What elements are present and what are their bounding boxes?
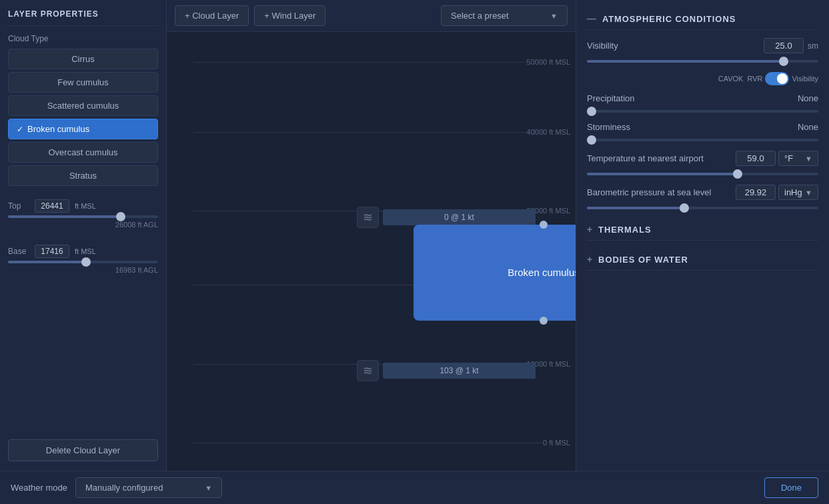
weather-mode-label: Weather mode <box>11 483 67 493</box>
preset-select[interactable]: Select a preset ▼ <box>441 5 568 26</box>
pressure-unit-select[interactable]: inHg ▼ <box>778 185 818 200</box>
cloud-type-display: Broken cumulus <box>508 267 576 278</box>
bottom-bar: Weather mode Manually configured ▼ Done <box>0 471 829 504</box>
visibility-unit: sm <box>808 41 818 51</box>
preset-label: Select a preset <box>451 11 509 21</box>
cloud-type-list: CirrusFew cumulusScattered cumulusBroken… <box>8 49 158 186</box>
delete-cloud-layer-button[interactable]: Delete Cloud Layer <box>8 439 158 461</box>
visibility-slider[interactable] <box>587 60 818 63</box>
storminess-row: Storminess None <box>587 122 818 132</box>
storminess-label: Storminess <box>587 122 798 132</box>
weather-mode-value: Manually configured <box>85 483 163 493</box>
cloud-type-stratus[interactable]: Stratus <box>8 165 158 186</box>
wind-icon-lower: ≋ <box>363 363 373 378</box>
base-label: Base <box>8 247 29 256</box>
precipitation-value: None <box>798 93 818 103</box>
panel-title: LAYER PROPERTIES <box>8 9 158 26</box>
top-value[interactable]: 26441 <box>35 199 69 213</box>
left-panel: LAYER PROPERTIES Cloud Type CirrusFew cu… <box>0 0 167 471</box>
precipitation-slider[interactable] <box>587 110 818 113</box>
temperature-slider[interactable] <box>587 173 818 175</box>
wind-block-lower[interactable]: ≋ 103 @ 1 kt <box>357 360 536 381</box>
wind-speed-lower: 103 @ 1 kt <box>383 363 536 379</box>
cloud-type-few-cumulus[interactable]: Few cumulus <box>8 72 158 93</box>
visibility-thumb[interactable] <box>779 57 788 66</box>
base-slider-track[interactable] <box>8 261 158 263</box>
cloud-block[interactable]: Broken cumulus ☁ <box>413 225 576 321</box>
top-label: Top <box>8 201 29 211</box>
atmospheric-title: ATMOSPHERIC CONDITIONS <box>602 14 736 24</box>
visibility-row: Visibility 25.0 sm <box>587 38 818 53</box>
base-unit: ft MSL <box>75 247 96 255</box>
rvr-label: RVR <box>747 75 762 83</box>
precipitation-label: Precipitation <box>587 93 798 103</box>
cloud-type-cirrus[interactable]: Cirrus <box>8 49 158 69</box>
base-slider-group: Base 17416 ft MSL 16983 ft AGL <box>8 245 158 279</box>
cloud-type-broken-cumulus[interactable]: Broken cumulus <box>8 119 158 139</box>
altitude-0-label: 0 ft MSL <box>543 439 576 447</box>
weather-mode-select[interactable]: Manually configured ▼ <box>75 477 222 498</box>
cloud-type-scattered-cumulus[interactable]: Scattered cumulus <box>8 95 158 116</box>
atmospheric-conditions-header[interactable]: — ATMOSPHERIC CONDITIONS <box>587 8 818 30</box>
cloud-type-overcast-cumulus[interactable]: Overcast cumulus <box>8 142 158 163</box>
precipitation-row: Precipitation None <box>587 93 818 103</box>
cavok-label: CAVOK <box>718 75 744 83</box>
right-panel: — ATMOSPHERIC CONDITIONS Visibility 25.0… <box>576 0 829 471</box>
temp-unit-label: °F <box>784 153 793 163</box>
precipitation-thumb[interactable] <box>587 107 596 116</box>
pressure-row: Barometric pressure at sea level 29.92 i… <box>587 185 818 200</box>
preset-chevron-icon: ▼ <box>550 12 558 20</box>
add-cloud-layer-button[interactable]: + Cloud Layer <box>175 5 249 26</box>
pressure-label: Barometric pressure at sea level <box>587 187 736 197</box>
top-agl: 26008 ft AGL <box>8 221 158 229</box>
thermals-header[interactable]: + THERMALS <box>587 219 818 241</box>
pressure-thumb[interactable] <box>680 203 689 213</box>
pressure-slider[interactable] <box>587 207 818 209</box>
visibility-value[interactable]: 25.0 <box>764 38 804 53</box>
base-value[interactable]: 17416 <box>35 245 69 258</box>
temperature-label: Temperature at nearest airport <box>587 153 736 163</box>
top-slider-track[interactable] <box>8 215 158 218</box>
center-panel: + Cloud Layer + Wind Layer Select a pres… <box>167 0 576 471</box>
thermals-expand-icon: + <box>587 224 593 235</box>
altitude-40000: 40000 ft MSL <box>167 128 576 136</box>
altitude-0: 0 ft MSL <box>167 439 576 447</box>
temperature-unit-select[interactable]: °F ▼ <box>778 151 818 166</box>
add-wind-layer-button[interactable]: + Wind Layer <box>254 5 325 26</box>
top-slider-group: Top 26441 ft MSL 26008 ft AGL <box>8 199 158 234</box>
storminess-thumb[interactable] <box>587 135 596 145</box>
pressure-value[interactable]: 29.92 <box>736 185 776 200</box>
wind-speed-upper: 0 @ 1 kt <box>383 209 536 225</box>
base-agl: 16983 ft AGL <box>8 266 158 274</box>
bodies-title: BODIES OF WATER <box>598 255 688 265</box>
cavok-toggle[interactable] <box>765 72 789 85</box>
visibility-label: Visibility <box>587 41 764 51</box>
storminess-value: None <box>798 122 818 132</box>
storminess-slider[interactable] <box>587 139 818 141</box>
temperature-thumb[interactable] <box>733 169 742 179</box>
top-unit: ft MSL <box>75 202 96 210</box>
pressure-unit-chevron: ▼ <box>805 189 812 197</box>
pressure-unit-label: inHg <box>784 187 802 197</box>
collapse-icon: — <box>587 13 597 24</box>
thermals-title: THERMALS <box>598 225 652 235</box>
temperature-row: Temperature at nearest airport 59.0 °F ▼ <box>587 151 818 166</box>
top-toolbar: + Cloud Layer + Wind Layer Select a pres… <box>167 0 576 32</box>
cavok-toggle-row: CAVOK RVR Visibility <box>587 72 818 85</box>
cloud-bottom-handle[interactable] <box>540 317 548 325</box>
temperature-value[interactable]: 59.0 <box>736 151 776 166</box>
cloud-top-handle[interactable] <box>540 221 548 229</box>
weather-mode-chevron: ▼ <box>205 484 212 492</box>
atmosphere-view: 50000 ft MSL 40000 ft MSL 30000 ft MSL 2… <box>167 32 576 469</box>
cloud-type-label: Cloud Type <box>8 34 158 43</box>
bodies-of-water-header[interactable]: + BODIES OF WATER <box>587 249 818 271</box>
wind-icon-upper: ≋ <box>363 210 373 225</box>
temp-unit-chevron: ▼ <box>805 155 812 163</box>
bodies-expand-icon: + <box>587 254 593 265</box>
altitude-50000: 50000 ft MSL <box>167 58 576 66</box>
done-button[interactable]: Done <box>764 477 818 498</box>
visibility-toggle-label: Visibility <box>792 75 818 83</box>
